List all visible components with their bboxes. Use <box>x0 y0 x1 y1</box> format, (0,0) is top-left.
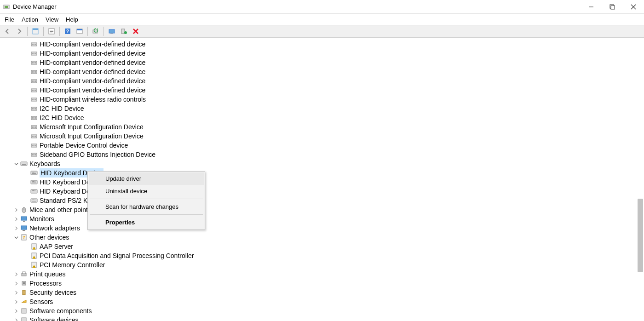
svg-rect-25 <box>32 44 34 45</box>
tree-label: Processors <box>29 279 62 288</box>
close-button[interactable] <box>623 0 644 14</box>
uninstall-button[interactable] <box>118 26 129 36</box>
unknown-device-icon: ? <box>20 234 28 241</box>
svg-rect-70 <box>33 172 34 172</box>
scrollbar-thumb[interactable] <box>638 199 643 272</box>
keyboard-icon <box>30 197 38 204</box>
tree-label: Keyboards <box>29 159 60 168</box>
tree-item-hid[interactable]: HID-compliant vendor-defined device <box>0 58 644 67</box>
disable-button[interactable] <box>130 26 141 36</box>
menu-action[interactable]: Action <box>18 15 42 24</box>
svg-rect-1 <box>5 6 8 8</box>
menu-bar: File Action View Help <box>0 14 644 25</box>
hid-device-icon <box>30 40 38 48</box>
tree-item-other[interactable]: !PCI Memory Controller <box>0 260 644 269</box>
tree-item-other[interactable]: !PCI Data Acquisition and Signal Process… <box>0 251 644 260</box>
show-hide-tree-button[interactable] <box>30 26 41 36</box>
tree-item-hid[interactable]: HID-compliant vendor-defined device <box>0 76 644 86</box>
ctx-update-driver[interactable]: Update driver <box>89 172 204 185</box>
ctx-uninstall-device[interactable]: Uninstall device <box>89 185 204 197</box>
tree-item-hid[interactable]: HID-compliant vendor-defined device <box>0 49 644 58</box>
svg-rect-34 <box>32 71 34 73</box>
chevron-down-icon[interactable] <box>13 160 19 167</box>
chevron-right-icon[interactable] <box>13 317 19 321</box>
tree-category-swdev[interactable]: Software devices <box>0 315 644 321</box>
tree-label: Portable Device Control device <box>40 141 128 150</box>
tree-category-print[interactable]: Print queues <box>0 269 644 279</box>
tree-category-sensors[interactable]: Sensors <box>0 297 644 306</box>
keyboard-icon <box>30 178 38 186</box>
svg-rect-44 <box>34 99 36 100</box>
software-icon <box>20 316 28 321</box>
ctx-separator <box>90 214 203 215</box>
toolbar-separator <box>43 27 44 36</box>
svg-rect-68 <box>31 171 37 175</box>
svg-rect-30 <box>31 61 37 64</box>
tree-label: Software devices <box>29 315 79 321</box>
tree-item-hid[interactable]: Microsoft Input Configuration Device <box>0 132 644 141</box>
tree-item-hid[interactable]: HID-compliant wireless radio controls <box>0 95 644 104</box>
tree-item-hid[interactable]: I2C HID Device <box>0 104 644 113</box>
svg-rect-54 <box>31 135 37 138</box>
svg-rect-52 <box>32 126 34 128</box>
ctx-scan-hardware[interactable]: Scan for hardware changes <box>89 201 204 213</box>
svg-rect-73 <box>31 180 37 184</box>
chevron-down-icon[interactable] <box>13 234 19 241</box>
tree-item-hid[interactable]: HID-compliant vendor-defined device <box>0 40 644 49</box>
chevron-right-icon[interactable] <box>13 216 19 222</box>
maximize-button[interactable] <box>602 0 623 14</box>
svg-rect-82 <box>32 192 36 192</box>
help-button[interactable]: ? <box>62 26 73 36</box>
properties-button[interactable] <box>46 26 57 36</box>
tree-label: HID-compliant wireless radio controls <box>40 95 146 104</box>
svg-rect-8 <box>33 29 38 30</box>
tree-item-hid[interactable]: HID-compliant vendor-defined device <box>0 86 644 95</box>
tree-category-keyboards[interactable]: Keyboards <box>0 159 644 168</box>
svg-rect-46 <box>32 108 34 109</box>
svg-rect-51 <box>31 126 37 129</box>
action-button[interactable] <box>74 26 85 36</box>
hid-device-icon <box>30 142 38 149</box>
svg-rect-91 <box>23 221 25 222</box>
svg-rect-29 <box>34 53 36 54</box>
chevron-right-icon[interactable] <box>13 280 19 287</box>
chevron-right-icon[interactable] <box>13 308 19 314</box>
tree-category-processors[interactable]: Processors <box>0 279 644 288</box>
menu-file[interactable]: File <box>1 15 18 24</box>
chevron-right-icon[interactable] <box>13 271 19 277</box>
ctx-properties[interactable]: Properties <box>89 216 204 229</box>
svg-rect-16 <box>77 29 82 30</box>
menu-view[interactable]: View <box>42 15 62 24</box>
warning-device-icon: ! <box>30 261 38 269</box>
tree-item-hid[interactable]: Sideband GPIO Buttons Injection Device <box>0 150 644 159</box>
tree-item-hid[interactable]: I2C HID Device <box>0 113 644 122</box>
tree-item-hid[interactable]: Portable Device Control device <box>0 141 644 150</box>
minimize-button[interactable] <box>581 0 602 14</box>
toolbar: ? <box>0 25 644 38</box>
tree-category-security[interactable]: Security devices <box>0 288 644 297</box>
svg-rect-56 <box>34 136 36 137</box>
tree-item-other[interactable]: !AAP Server <box>0 242 644 251</box>
back-button[interactable] <box>2 26 13 36</box>
scan-hardware-button[interactable] <box>90 26 101 36</box>
chevron-right-icon[interactable] <box>13 298 19 305</box>
tree-category-swcomp[interactable]: Software components <box>0 306 644 315</box>
tree-item-hid[interactable]: HID-compliant vendor-defined device <box>0 67 644 76</box>
svg-rect-103 <box>23 272 25 274</box>
chevron-right-icon[interactable] <box>13 225 19 231</box>
device-tree[interactable]: HID-compliant vendor-defined deviceHID-c… <box>0 38 644 321</box>
forward-button[interactable] <box>14 26 25 36</box>
keyboard-icon <box>30 169 38 177</box>
tree-item-hid[interactable]: Microsoft Input Configuration Device <box>0 122 644 132</box>
tree-label: HID-compliant vendor-defined device <box>40 40 145 49</box>
hid-device-icon <box>30 68 38 75</box>
menu-help[interactable]: Help <box>62 15 82 24</box>
tree-label: HID-compliant vendor-defined device <box>40 76 145 86</box>
svg-rect-38 <box>34 80 36 82</box>
update-driver-button[interactable] <box>106 26 117 36</box>
tree-label: Monitors <box>29 214 54 224</box>
tree-category-other[interactable]: ? Other devices <box>0 233 644 242</box>
chevron-right-icon[interactable] <box>13 289 19 296</box>
svg-rect-83 <box>31 199 37 202</box>
chevron-right-icon[interactable] <box>13 206 19 213</box>
